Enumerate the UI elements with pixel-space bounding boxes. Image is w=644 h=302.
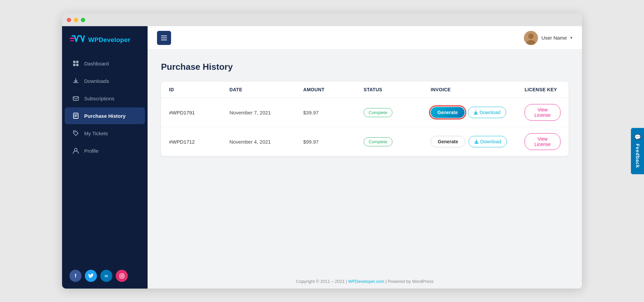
download-icon [474,140,479,144]
sidebar-item-purchase-history[interactable]: Purchase History [65,107,145,124]
sidebar-item-profile[interactable]: Profile [65,142,145,159]
sidebar-item-downloads[interactable]: Downloads [65,72,145,89]
generate-button-row1[interactable]: Generate [431,107,465,118]
minimize-button[interactable] [74,18,78,22]
user-dropdown[interactable]: User Name ▾ [524,31,573,45]
purchase-history-table: ID Date Amount Status Invoice License Ke… [161,82,569,156]
col-license-key: License Key [525,87,560,92]
status-badge: Complete [364,137,392,146]
footer-link[interactable]: WPDeveloper.com [348,279,384,284]
user-name: User Name [541,35,567,41]
app-body: WPDeveloper Dashboard [62,26,582,289]
status-badge: Complete [364,108,392,117]
sidebar-nav: Dashboard Downloads [62,55,148,264]
svg-rect-2 [73,64,75,66]
feedback-tab[interactable]: 💬 Feedback [631,128,644,174]
svg-point-12 [528,34,534,39]
download-icon [72,77,79,85]
linkedin-button[interactable]: in [100,270,112,282]
generate-button-row2[interactable]: Generate [431,136,465,147]
close-button[interactable] [67,18,71,22]
row1-status: Complete [364,108,431,117]
logo-text: WPDeveloper [88,36,130,44]
col-id: ID [169,87,229,92]
row2-invoice: Generate Download [431,136,525,147]
sidebar-item-my-tickets[interactable]: My Tickets [65,125,145,142]
sidebar-logo: WPDeveloper [62,26,148,55]
col-invoice: Invoice [431,87,525,92]
facebook-button[interactable]: f [69,270,82,282]
sidebar-social: f in [62,264,148,282]
svg-rect-1 [76,61,78,63]
download-button-row1[interactable]: Download [468,107,506,118]
content-area: Purchase History ID Date Amount Status I… [148,50,582,274]
hamburger-icon [161,36,167,40]
col-amount: Amount [303,87,364,92]
row2-id: #WPD1712 [169,139,229,145]
sidebar-item-label: Profile [84,148,99,154]
twitter-button[interactable] [85,270,97,282]
row2-license: View License [525,133,560,150]
receipt-icon [72,112,79,119]
page-title: Purchase History [161,62,569,72]
svg-point-9 [121,275,123,277]
instagram-button[interactable] [116,270,128,282]
row1-date: November 7, 2021 [229,110,303,115]
svg-point-6 [74,132,75,133]
svg-rect-4 [73,97,78,100]
app-window: WPDeveloper Dashboard [62,13,582,289]
envelope-icon [72,95,79,102]
download-button-row2[interactable]: Download [469,136,507,147]
row1-license: View License [525,104,560,121]
wp-logo-icon [69,34,85,46]
chevron-down-icon: ▾ [570,35,573,40]
menu-button[interactable] [157,31,171,45]
sidebar: WPDeveloper Dashboard [62,26,148,289]
person-icon [72,147,79,154]
svg-point-10 [123,274,123,275]
footer: Copyright © 2011 – 2021 | WPDeveloper.co… [148,274,582,289]
sidebar-item-label: My Tickets [84,131,108,136]
view-license-button-row2[interactable]: View License [525,133,560,150]
sidebar-item-dashboard[interactable]: Dashboard [65,55,145,72]
chat-icon: 💬 [634,134,641,141]
svg-rect-3 [76,64,78,66]
svg-point-7 [74,148,77,151]
table-header: ID Date Amount Status Invoice License Ke… [161,82,569,98]
svg-rect-0 [73,61,75,63]
sidebar-item-label: Dashboard [84,61,109,66]
topbar: User Name ▾ [148,26,582,50]
table-row: #WPD1791 November 7, 2021 $39.97 Complet… [161,98,569,127]
row1-invoice: Generate Download [431,107,525,118]
tag-icon [72,130,79,137]
sidebar-item-subscriptions[interactable]: Subscriptions [65,90,145,107]
sidebar-item-label: Downloads [84,78,109,84]
col-status: Status [364,87,431,92]
row1-amount: $39.97 [303,110,364,115]
sidebar-item-label: Subscriptions [84,96,114,101]
table-row: #WPD1712 November 4, 2021 $99.97 Complet… [161,127,569,156]
view-license-button-row1[interactable]: View License [525,104,560,121]
main-content: User Name ▾ Purchase History ID Date Amo… [148,26,582,289]
row1-id: #WPD1791 [169,110,229,115]
grid-icon [72,60,79,67]
avatar [524,31,538,45]
titlebar [62,13,582,26]
row2-status: Complete [364,137,431,146]
download-icon [474,110,478,115]
maximize-button[interactable] [81,18,85,22]
row2-date: November 4, 2021 [229,139,303,145]
row2-amount: $99.97 [303,139,364,145]
sidebar-item-label: Purchase History [84,113,125,119]
col-date: Date [229,87,303,92]
